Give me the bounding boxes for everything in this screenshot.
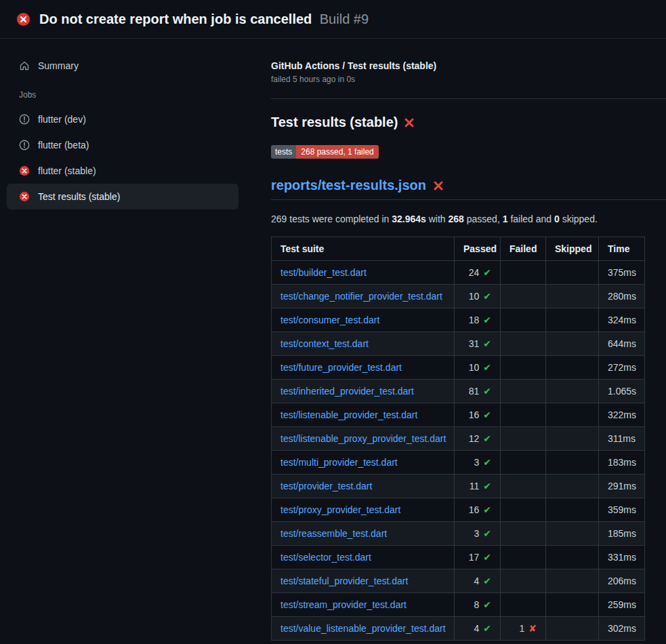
sidebar-item-summary[interactable]: Summary [0, 54, 244, 78]
time-cell: 375ms [599, 261, 645, 285]
table-row: test/listenable_provider_test.dart16 ✔32… [272, 403, 645, 427]
job-label: flutter (stable) [38, 165, 96, 176]
summary-segment: 32.964s [392, 214, 426, 224]
test-suite-link[interactable]: test/consumer_test.dart [280, 315, 379, 325]
alert-circle-icon [19, 114, 30, 125]
sidebar: Summary Jobs flutter (dev)flutter (beta)… [0, 39, 244, 209]
passed-cell: 3 ✔ [455, 522, 501, 546]
sidebar-item-flutter-beta[interactable]: flutter (beta) [7, 132, 238, 158]
time-cell: 1.065s [599, 380, 645, 403]
summary-label: Summary [38, 60, 79, 71]
check-icon: ✔ [483, 504, 491, 515]
test-suite-link[interactable]: test/provider_test.dart [280, 481, 372, 491]
test-suite-link[interactable]: test/inherited_provider_test.dart [280, 386, 414, 397]
run-title: Do not create report when job is cancell… [39, 12, 312, 26]
sidebar-item-test-results-stable[interactable]: Test results (stable) [7, 184, 238, 209]
failed-cell [501, 427, 546, 451]
table-row: test/value_listenable_provider_test.dart… [272, 617, 645, 641]
check-icon: ✔ [483, 576, 491, 586]
test-suite-link[interactable]: test/value_listenable_provider_test.dart [280, 623, 446, 634]
test-suite-link[interactable]: test/selector_test.dart [280, 552, 371, 563]
time-cell: 183ms [599, 451, 645, 475]
failed-cell [501, 332, 546, 356]
table-row: test/future_provider_test.dart10 ✔272ms [272, 356, 645, 380]
failed-cell [501, 522, 546, 546]
summary-segment: 268 [449, 214, 464, 224]
passed-cell: 4 ✔ [455, 617, 501, 641]
test-suite-link[interactable]: test/future_provider_test.dart [280, 362, 402, 373]
summary-segment: 1 [503, 214, 508, 224]
table-row: test/builder_test.dart24 ✔375ms [272, 261, 645, 285]
failed-cell: 1 ✘ [501, 617, 546, 641]
time-cell: 324ms [599, 308, 645, 332]
time-cell: 311ms [599, 427, 645, 451]
job-label: flutter (beta) [38, 140, 89, 150]
check-icon: ✔ [483, 599, 491, 610]
summary-segment: passed, [464, 214, 503, 224]
failed-cell [501, 498, 546, 522]
skipped-cell [546, 427, 599, 451]
time-cell: 280ms [599, 285, 645, 308]
failed-status-icon [16, 12, 30, 26]
suite-cell: test/consumer_test.dart [272, 308, 455, 332]
tests-badge: tests 268 passed, 1 failed [271, 145, 379, 159]
sidebar-item-flutter-stable[interactable]: flutter (stable) [7, 158, 238, 184]
check-icon: ✔ [483, 409, 491, 420]
col-failed: Failed [501, 237, 546, 261]
col-test-suite: Test suite [272, 237, 455, 261]
badge-label: tests [271, 145, 296, 159]
suite-cell: test/future_provider_test.dart [272, 356, 455, 380]
check-icon: ✔ [483, 291, 491, 302]
passed-cell: 10 ✔ [455, 285, 501, 308]
skipped-cell [546, 593, 599, 617]
suite-cell: test/selector_test.dart [272, 546, 455, 569]
passed-cell: 3 ✔ [455, 451, 501, 475]
run-meta: failed 5 hours ago in 0s [271, 75, 666, 84]
results-table-body: test/builder_test.dart24 ✔375mstest/chan… [272, 261, 645, 641]
check-icon: ✔ [483, 481, 491, 491]
failed-cell [501, 356, 546, 380]
sidebar-item-flutter-dev[interactable]: flutter (dev) [7, 106, 238, 132]
results-table: Test suite Passed Failed Skipped Time te… [271, 237, 645, 641]
time-cell: 291ms [599, 475, 645, 498]
table-row: test/stream_provider_test.dart8 ✔259ms [272, 593, 645, 617]
table-row: test/multi_provider_test.dart3 ✔183ms [272, 451, 645, 475]
results-table-head: Test suite Passed Failed Skipped Time [272, 237, 645, 261]
skipped-cell [546, 498, 599, 522]
test-suite-link[interactable]: test/listenable_proxy_provider_test.dart [280, 433, 446, 444]
skipped-cell [546, 356, 599, 380]
report-heading: reports/test-results.json [271, 178, 666, 200]
passed-cell: 31 ✔ [455, 332, 501, 356]
test-suite-link[interactable]: test/change_notifier_provider_test.dart [280, 291, 442, 302]
passed-cell: 12 ✔ [455, 427, 501, 451]
test-suite-link[interactable]: test/context_test.dart [280, 338, 369, 349]
report-link[interactable]: reports/test-results.json [271, 178, 426, 193]
suite-cell: test/context_test.dart [272, 332, 455, 356]
test-suite-link[interactable]: test/proxy_provider_test.dart [280, 504, 400, 515]
check-icon: ✔ [483, 315, 491, 325]
test-suite-link[interactable]: test/reassemble_test.dart [280, 528, 387, 539]
suite-cell: test/stateful_provider_test.dart [272, 569, 455, 593]
summary-segment: skipped. [560, 214, 598, 224]
time-cell: 359ms [599, 498, 645, 522]
skipped-cell [546, 285, 599, 308]
summary-segment: 269 tests were completed in [271, 214, 392, 224]
badge-value: 268 passed, 1 failed [296, 145, 378, 159]
time-cell: 206ms [599, 569, 645, 593]
test-suite-link[interactable]: test/stream_provider_test.dart [280, 599, 407, 610]
test-suite-link[interactable]: test/listenable_provider_test.dart [280, 409, 417, 420]
table-row: test/inherited_provider_test.dart81 ✔1.0… [272, 380, 645, 403]
time-cell: 185ms [599, 522, 645, 546]
skipped-cell [546, 308, 599, 332]
test-suite-link[interactable]: test/stateful_provider_test.dart [280, 576, 408, 586]
run-title-wrap: Do not create report when job is cancell… [39, 12, 369, 27]
test-suite-link[interactable]: test/builder_test.dart [280, 267, 367, 278]
failed-cell [501, 546, 546, 569]
passed-cell: 16 ✔ [455, 498, 501, 522]
skipped-cell [546, 261, 599, 285]
check-icon: ✔ [483, 552, 491, 563]
test-suite-link[interactable]: test/multi_provider_test.dart [280, 457, 398, 468]
table-row: test/consumer_test.dart18 ✔324ms [272, 308, 645, 332]
table-row: test/selector_test.dart17 ✔331ms [272, 546, 645, 569]
table-row: test/reassemble_test.dart3 ✔185ms [272, 522, 645, 546]
